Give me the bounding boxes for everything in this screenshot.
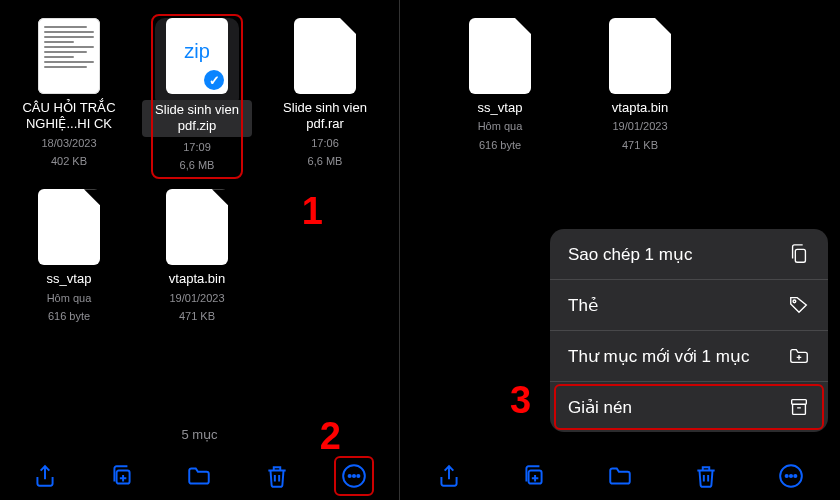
svg-rect-5 xyxy=(795,249,805,262)
copy-icon xyxy=(788,243,810,265)
file-icon xyxy=(38,189,100,265)
file-size: 616 byte xyxy=(48,309,90,324)
screen-right: ss_vtap Hôm qua 616 byte vtapta.bin 19/0… xyxy=(400,0,840,500)
file-item[interactable]: Slide sinh vien pdf.rar 17:06 6,6 MB xyxy=(261,10,389,181)
svg-rect-7 xyxy=(792,400,807,405)
more-icon[interactable] xyxy=(340,462,368,490)
svg-point-11 xyxy=(790,475,792,477)
file-grid: CÂU HỎI TRẮC NGHIỆ...HI CK 18/03/2023 40… xyxy=(0,0,399,342)
footer xyxy=(400,450,840,500)
file-icon xyxy=(469,18,531,94)
check-icon: ✓ xyxy=(204,70,224,90)
trash-icon[interactable] xyxy=(692,462,720,490)
file-date: 17:06 xyxy=(311,136,339,151)
bottom-toolbar xyxy=(0,450,399,500)
file-item[interactable]: ss_vtap Hôm qua 616 byte xyxy=(430,10,570,161)
menu-extract[interactable]: Giải nén xyxy=(550,382,828,432)
menu-label: Sao chép 1 mục xyxy=(568,244,692,265)
zip-icon: zip ✓ xyxy=(166,18,228,94)
file-size: 471 KB xyxy=(622,138,658,153)
file-size: 402 KB xyxy=(51,154,87,169)
svg-point-12 xyxy=(794,475,796,477)
file-date: 17:09 xyxy=(183,140,211,155)
svg-point-3 xyxy=(353,475,355,477)
document-icon xyxy=(38,18,100,94)
menu-tag[interactable]: Thẻ xyxy=(550,280,828,331)
menu-new-folder[interactable]: Thư mục mới với 1 mục xyxy=(550,331,828,382)
file-size: 6,6 MB xyxy=(180,158,215,173)
context-menu: Sao chép 1 mục Thẻ Thư mục mới với 1 mục… xyxy=(550,229,828,432)
file-name: Slide sinh vien pdf.zip xyxy=(142,100,252,137)
svg-point-10 xyxy=(786,475,788,477)
svg-point-6 xyxy=(793,300,796,303)
file-item[interactable]: CÂU HỎI TRẮC NGHIỆ...HI CK 18/03/2023 40… xyxy=(5,10,133,181)
file-item[interactable]: ss_vtap Hôm qua 616 byte xyxy=(5,181,133,332)
file-name: ss_vtap xyxy=(478,100,523,116)
screen-left: CÂU HỎI TRẮC NGHIỆ...HI CK 18/03/2023 40… xyxy=(0,0,400,500)
footer: 5 mục xyxy=(0,419,399,500)
file-date: 19/01/2023 xyxy=(169,291,224,306)
file-icon xyxy=(294,18,356,94)
duplicate-icon[interactable] xyxy=(520,462,548,490)
file-name: vtapta.bin xyxy=(169,271,225,287)
more-icon[interactable] xyxy=(777,462,805,490)
file-size: 471 KB xyxy=(179,309,215,324)
archive-icon xyxy=(788,396,810,418)
file-name: vtapta.bin xyxy=(612,100,668,116)
share-icon[interactable] xyxy=(31,462,59,490)
item-count: 5 mục xyxy=(0,419,399,450)
folder-icon[interactable] xyxy=(185,462,213,490)
svg-point-2 xyxy=(349,475,351,477)
file-date: 18/03/2023 xyxy=(41,136,96,151)
file-item[interactable]: vtapta.bin 19/01/2023 471 KB xyxy=(133,181,261,332)
bottom-toolbar xyxy=(400,450,840,500)
svg-point-1 xyxy=(343,465,365,487)
tag-icon xyxy=(788,294,810,316)
file-name: Slide sinh vien pdf.rar xyxy=(270,100,380,133)
file-name: ss_vtap xyxy=(47,271,92,287)
duplicate-icon[interactable] xyxy=(108,462,136,490)
folder-icon[interactable] xyxy=(606,462,634,490)
file-name: CÂU HỎI TRẮC NGHIỆ...HI CK xyxy=(14,100,124,133)
trash-icon[interactable] xyxy=(263,462,291,490)
file-item[interactable]: vtapta.bin 19/01/2023 471 KB xyxy=(570,10,710,161)
file-date: Hôm qua xyxy=(47,291,92,306)
svg-point-4 xyxy=(358,475,360,477)
folder-plus-icon xyxy=(788,345,810,367)
file-size: 6,6 MB xyxy=(308,154,343,169)
menu-label: Thẻ xyxy=(568,295,598,316)
file-item-selected[interactable]: zip ✓ Slide sinh vien pdf.zip 17:09 6,6 … xyxy=(133,10,261,181)
file-size: 616 byte xyxy=(479,138,521,153)
file-date: 19/01/2023 xyxy=(612,119,667,134)
menu-label: Thư mục mới với 1 mục xyxy=(568,346,749,367)
file-icon xyxy=(609,18,671,94)
file-date: Hôm qua xyxy=(478,119,523,134)
file-grid: ss_vtap Hôm qua 616 byte vtapta.bin 19/0… xyxy=(400,0,840,171)
file-icon xyxy=(166,189,228,265)
share-icon[interactable] xyxy=(435,462,463,490)
menu-label: Giải nén xyxy=(568,397,632,418)
menu-copy[interactable]: Sao chép 1 mục xyxy=(550,229,828,280)
step-3-label: 3 xyxy=(510,379,531,422)
